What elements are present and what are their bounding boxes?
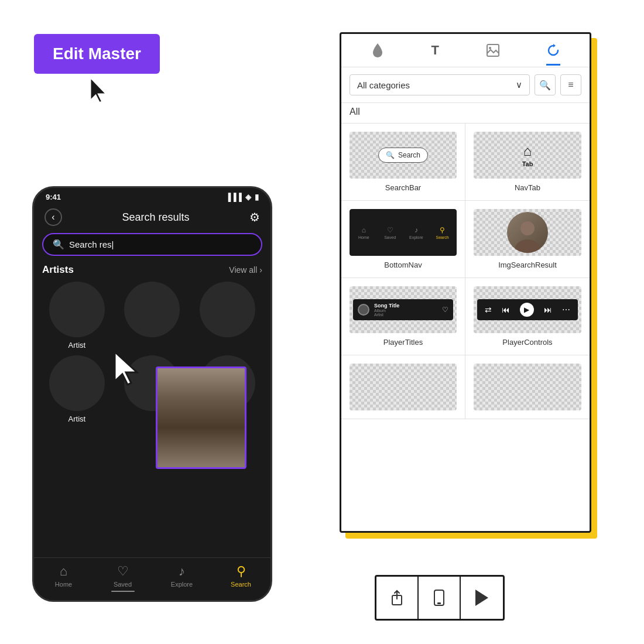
- wifi-icon: ◈: [245, 193, 251, 201]
- view-all-text: View all: [229, 265, 257, 275]
- component-cell-imgsearch[interactable]: ImgSearchResult: [465, 201, 590, 278]
- home-icon: ⌂: [60, 564, 67, 579]
- chevron-down-icon: ∨: [516, 80, 522, 90]
- list-item[interactable]: Artist: [42, 355, 112, 423]
- panel-refresh-tab[interactable]: [546, 43, 560, 61]
- panel-image-tab[interactable]: [486, 43, 500, 61]
- nav-item-explore[interactable]: ♪ Explore: [165, 564, 200, 592]
- music-icon: ♪: [179, 564, 185, 579]
- component-name-imgsearch: ImgSearchResult: [498, 261, 557, 269]
- component-cell-searchbar[interactable]: 🔍 Search SearchBar: [341, 124, 465, 201]
- shuffle-icon: ⇄: [485, 305, 492, 314]
- bottom-toolbar: [375, 575, 505, 621]
- nav-label-explore: Explore: [171, 581, 193, 588]
- device-icon: [433, 590, 446, 606]
- battery-icon: ▮: [255, 193, 259, 201]
- component-name-navtab: NavTab: [515, 183, 540, 192]
- component-panel: T All categories ∨ 🔍 ≡ All: [340, 32, 591, 533]
- avatar: [49, 355, 105, 411]
- avatar: [200, 282, 255, 337]
- component-cell-playercontrols[interactable]: ⇄ ⏮ ▶ ⏭ ⋯ PlayerControls: [465, 278, 590, 355]
- component-cell-empty1: [341, 355, 465, 419]
- component-name-searchbar: SearchBar: [385, 183, 421, 192]
- artists-title: Artists: [42, 264, 74, 276]
- preview-explore-icon: ♪: [415, 226, 418, 234]
- selected-image[interactable]: [156, 366, 246, 469]
- all-label: All: [341, 103, 590, 123]
- preview-search-icon-nav: ⚲: [440, 226, 445, 234]
- component-name-playertitles: PlayerTitles: [383, 338, 423, 347]
- svg-rect-2: [487, 44, 499, 56]
- svg-marker-1: [115, 352, 137, 385]
- component-cell-empty2: [465, 355, 590, 419]
- tab-label: Tab: [522, 160, 533, 167]
- preview-home-text: Home: [358, 235, 369, 239]
- nav-item-search[interactable]: ⚲ Search: [224, 564, 259, 592]
- categories-dropdown[interactable]: All categories ∨: [350, 74, 530, 95]
- image-icon: [486, 43, 500, 57]
- preview-album-text: Album: [374, 309, 437, 313]
- view-all-link[interactable]: View all ›: [229, 265, 262, 275]
- list-item[interactable]: [193, 282, 262, 350]
- nav-label-saved: Saved: [114, 581, 132, 588]
- nav-label-search: Search: [231, 581, 251, 588]
- text-icon: T: [431, 43, 439, 58]
- artist-name: Artist: [68, 415, 86, 423]
- svg-rect-8: [437, 602, 441, 604]
- search-icon: 🔍: [539, 80, 551, 91]
- preview-navtab: ⌂ Tab: [522, 143, 533, 167]
- artists-section-header: Artists View all ›: [34, 262, 270, 282]
- search-nav-icon: ⚲: [237, 564, 246, 579]
- prev-icon: ⏮: [502, 305, 510, 314]
- svg-point-5: [515, 239, 540, 253]
- person-silhouette-icon: [510, 218, 545, 253]
- refresh-icon: [546, 43, 560, 57]
- component-cell-bottomnav[interactable]: ⌂ Home ♡ Saved ♪ Explore ⚲ Search: [341, 201, 465, 278]
- component-cell-playertitles[interactable]: Song Title Album Artist ♡ PlayerTitles: [341, 278, 465, 355]
- search-bar[interactable]: 🔍 Search res|: [42, 233, 262, 256]
- nav-item-saved[interactable]: ♡ Saved: [105, 564, 141, 592]
- categories-label: All categories: [357, 80, 410, 90]
- searchbar-preview: 🔍 Search: [350, 132, 457, 179]
- preview-titles-text: Song Title Album Artist: [374, 303, 437, 317]
- categories-menu-button[interactable]: ≡: [560, 74, 581, 95]
- device-button[interactable]: [419, 577, 461, 619]
- bottom-nav: ⌂ Home ♡ Saved ♪ Explore ⚲ Search: [34, 557, 270, 600]
- drop-icon: [371, 42, 385, 59]
- play-triangle-icon: [475, 590, 488, 606]
- nav-item-home[interactable]: ⌂ Home: [46, 564, 81, 592]
- panel-top-icons: T: [341, 34, 590, 67]
- panel-drop-tab[interactable]: [371, 42, 385, 62]
- settings-icon[interactable]: ⚙: [249, 210, 260, 224]
- chevron-right-icon: ›: [259, 265, 262, 275]
- list-item[interactable]: [118, 282, 187, 350]
- nav-underline: [111, 591, 135, 592]
- cursor-arrow-2-icon: [111, 348, 141, 386]
- search-icon: 🔍: [53, 239, 64, 250]
- edit-master-button[interactable]: Edit Master: [34, 34, 160, 74]
- search-input-value: Search res|: [69, 239, 114, 249]
- component-name-playercontrols: PlayerControls: [502, 338, 552, 347]
- navtab-preview: ⌂ Tab: [474, 132, 581, 179]
- preview-nav-explore: ♪ Explore: [408, 226, 425, 239]
- panel-text-tab[interactable]: T: [431, 43, 439, 61]
- preview-nav-home: ⌂ Home: [355, 226, 372, 239]
- preview-saved-text: Saved: [384, 235, 396, 239]
- signal-icon: ▐▐▐: [225, 193, 242, 201]
- preview-explore-text: Explore: [409, 235, 423, 239]
- preview-song-title: Song Title: [374, 303, 437, 309]
- phone-time: 9:41: [46, 193, 61, 201]
- list-item[interactable]: Artist: [42, 282, 112, 350]
- menu-icon: ≡: [568, 80, 573, 90]
- back-button[interactable]: ‹: [44, 208, 62, 226]
- preview-nav-saved: ♡ Saved: [382, 226, 399, 239]
- share-button[interactable]: [376, 577, 419, 619]
- cursor-arrow-icon: [87, 75, 110, 104]
- categories-search-button[interactable]: 🔍: [535, 74, 556, 95]
- component-cell-navtab[interactable]: ⌂ Tab NavTab: [465, 124, 590, 201]
- svg-point-3: [489, 47, 491, 49]
- phone-header: ‹ Search results ⚙: [34, 204, 270, 231]
- preview-player-controls: ⇄ ⏮ ▶ ⏭ ⋯: [477, 299, 578, 320]
- play-button[interactable]: [461, 577, 503, 619]
- home-preview-icon: ⌂: [523, 143, 532, 159]
